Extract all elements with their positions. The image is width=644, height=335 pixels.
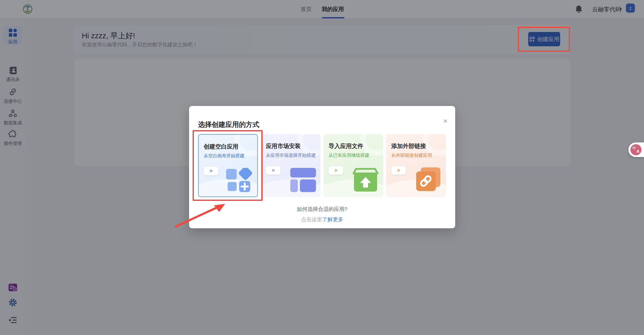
card-arrow-chip[interactable]: >: [329, 166, 343, 175]
card-add-external-link[interactable]: 添加外部链接 从外部链接创建应用 >: [386, 134, 446, 197]
card-title: 添加外部链接: [391, 142, 426, 150]
translate-en-glyph: A: [636, 149, 639, 154]
annotation-arrow: [171, 199, 232, 230]
market-layout-illustration: [290, 167, 316, 193]
card-subtitle: 从外部链接创建应用: [391, 152, 432, 158]
app-window: 首页 我的应用 云融零代码 ▾ z 应用: [0, 0, 644, 335]
external-link-illustration: [414, 166, 442, 193]
modal-title: 选择创建应用的方式: [198, 120, 259, 129]
card-app-market-install[interactable]: 应用市场安装 从应用市场选择开始搭建 >: [261, 134, 320, 197]
translate-zh-glyph: 中: [632, 146, 636, 151]
annotation-box-blank-card: [193, 130, 263, 201]
close-icon[interactable]: ×: [441, 117, 450, 126]
card-title: 应用市场安装: [266, 142, 301, 150]
card-subtitle: 从已有应用继续搭建: [329, 152, 369, 158]
card-subtitle: 从应用市场选择开始搭建: [266, 152, 316, 158]
card-arrow-chip[interactable]: >: [391, 166, 406, 175]
card-arrow-chip[interactable]: >: [266, 166, 280, 175]
footer-hint-prefix: 点击这里: [301, 216, 322, 222]
translate-fab[interactable]: 中 A: [628, 142, 644, 157]
learn-more-link[interactable]: 了解更多: [322, 216, 343, 222]
card-import-app-file[interactable]: 导入应用文件 从已有应用继续搭建 >: [324, 134, 383, 197]
card-title: 导入应用文件: [329, 142, 363, 150]
annotation-box-create-button: [518, 27, 570, 52]
translate-icon: 中 A: [630, 144, 641, 155]
import-box-illustration: [352, 167, 379, 193]
